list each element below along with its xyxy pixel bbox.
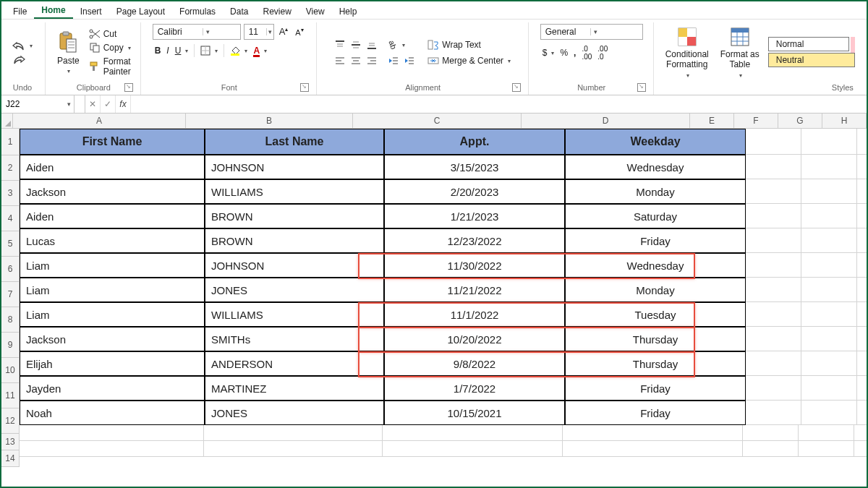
cell-A7[interactable]: Liam — [20, 278, 205, 302]
cell-A10[interactable]: Elijah — [20, 351, 205, 376]
cell-G11[interactable] — [857, 376, 867, 401]
copy-button[interactable]: Copy▾ — [87, 42, 133, 53]
cell-G12[interactable] — [857, 401, 867, 425]
menu-view[interactable]: View — [299, 4, 332, 19]
cell-E2[interactable] — [746, 155, 801, 179]
row-header-8[interactable]: 8 — [1, 307, 20, 333]
cell-A1[interactable]: First Name — [20, 129, 205, 155]
menu-formulas[interactable]: Formulas — [172, 4, 223, 19]
cell-D11[interactable]: Friday — [565, 376, 746, 401]
cell-A9[interactable]: Jackson — [20, 327, 205, 351]
cell-E12[interactable] — [746, 401, 801, 425]
decrease-font-button[interactable]: A▾ — [293, 26, 305, 38]
cell-D4[interactable]: Saturday — [565, 204, 746, 228]
cell-B7[interactable]: JONES — [205, 278, 384, 302]
cell-F11[interactable] — [801, 376, 857, 401]
cell-E14[interactable] — [743, 441, 799, 457]
cell-G2[interactable] — [857, 155, 867, 179]
underline-button[interactable]: U▾ — [173, 45, 191, 56]
cell-E11[interactable] — [746, 376, 801, 401]
cell-G3[interactable] — [857, 179, 867, 204]
cell-G8[interactable] — [857, 302, 867, 327]
cell-B12[interactable]: JONES — [205, 401, 384, 425]
row-header-3[interactable]: 3 — [1, 181, 20, 206]
cell-B10[interactable]: ANDERSON — [205, 351, 384, 376]
insert-function-button[interactable]: fx — [116, 95, 131, 113]
cell-A11[interactable]: Jayden — [20, 376, 205, 401]
cell-D9[interactable]: Thursday — [565, 327, 746, 351]
cell-F5[interactable] — [801, 228, 857, 253]
cell-A13[interactable] — [20, 425, 204, 441]
row-header-10[interactable]: 10 — [1, 358, 20, 383]
cell-D14[interactable] — [563, 441, 743, 457]
cell-D6[interactable]: Wednesday — [565, 253, 746, 278]
alignment-dialog-launcher[interactable]: ↘ — [512, 83, 521, 92]
cell-C6[interactable]: 11/30/2022 — [384, 253, 565, 278]
column-header-C[interactable]: C — [353, 114, 522, 129]
cell-G9[interactable] — [857, 327, 867, 351]
decrease-decimal-button[interactable]: .00.0 — [595, 44, 610, 61]
cell-E1[interactable] — [746, 129, 801, 155]
font-name-combo[interactable]: Calibri▾ — [153, 24, 241, 40]
cell-E3[interactable] — [746, 179, 801, 204]
bold-button[interactable]: B — [153, 45, 163, 56]
cell-B4[interactable]: BROWN — [205, 204, 384, 228]
cell-G5[interactable] — [857, 228, 867, 253]
italic-button[interactable]: I — [164, 45, 171, 56]
undo-button[interactable]: ▾ — [10, 40, 35, 52]
fill-color-button[interactable]: ▾ — [228, 45, 250, 56]
cell-D5[interactable]: Friday — [565, 228, 746, 253]
cell-A4[interactable]: Aiden — [20, 204, 205, 228]
cell-E13[interactable] — [743, 425, 799, 441]
cell-A8[interactable]: Liam — [20, 302, 205, 327]
font-size-combo[interactable]: 11▾ — [244, 24, 274, 40]
font-color-button[interactable]: A▾ — [251, 45, 269, 56]
cell-B8[interactable]: WILLIAMS — [205, 302, 384, 327]
cell-F13[interactable] — [799, 425, 854, 441]
menu-pagelayout[interactable]: Page Layout — [109, 4, 172, 19]
cell-C10[interactable]: 9/8/2022 — [384, 351, 565, 376]
cell-B5[interactable]: BROWN — [205, 228, 384, 253]
cell-A12[interactable]: Noah — [20, 401, 205, 425]
cell-E10[interactable] — [746, 351, 801, 376]
cell-E8[interactable] — [746, 302, 801, 327]
cell-style-neutral[interactable]: Neutral — [768, 53, 855, 67]
cancel-formula-button[interactable]: ✕ — [85, 95, 101, 113]
menu-review[interactable]: Review — [255, 4, 298, 19]
cell-C2[interactable]: 3/15/2023 — [384, 155, 565, 179]
cell-D12[interactable]: Friday — [565, 401, 746, 425]
row-header-11[interactable]: 11 — [1, 383, 20, 408]
cell-G1[interactable] — [857, 129, 867, 155]
wrap-text-button[interactable]: Wrap Text — [425, 39, 483, 51]
cell-C12[interactable]: 10/15/2021 — [384, 401, 565, 425]
cell-F12[interactable] — [801, 401, 857, 425]
align-left-button[interactable] — [333, 55, 347, 67]
cell-D7[interactable]: Monday — [565, 278, 746, 302]
menu-file[interactable]: File — [6, 4, 34, 19]
increase-font-button[interactable]: A▴ — [277, 25, 291, 38]
paste-button[interactable]: Paste▾ — [54, 29, 82, 77]
column-header-H[interactable]: H — [822, 114, 867, 129]
decrease-indent-button[interactable] — [386, 55, 401, 67]
column-header-F[interactable]: F — [734, 114, 778, 129]
cell-B1[interactable]: Last Name — [205, 129, 384, 155]
cell-A2[interactable]: Aiden — [20, 155, 205, 179]
borders-button[interactable]: ▾ — [198, 45, 220, 56]
cell-C11[interactable]: 1/7/2022 — [384, 376, 565, 401]
number-dialog-launcher[interactable]: ↘ — [637, 83, 646, 92]
cell-C9[interactable]: 10/20/2022 — [384, 327, 565, 351]
cell-C5[interactable]: 12/23/2022 — [384, 228, 565, 253]
format-as-table-button[interactable]: Format as Table▾ — [718, 25, 762, 80]
menu-help[interactable]: Help — [332, 4, 365, 19]
cell-B2[interactable]: JOHNSON — [205, 155, 384, 179]
cell-C14[interactable] — [383, 441, 563, 457]
cell-A14[interactable] — [20, 441, 204, 457]
comma-format-button[interactable]: , — [571, 44, 578, 61]
cut-button[interactable]: Cut — [87, 28, 119, 40]
row-header-14[interactable]: 14 — [1, 450, 20, 467]
cell-F14[interactable] — [799, 441, 854, 457]
cell-A5[interactable]: Lucas — [20, 228, 205, 253]
conditional-formatting-button[interactable]: Conditional Formatting▾ — [663, 25, 712, 80]
cell-G7[interactable] — [857, 278, 867, 302]
cell-B6[interactable]: JOHNSON — [205, 253, 384, 278]
